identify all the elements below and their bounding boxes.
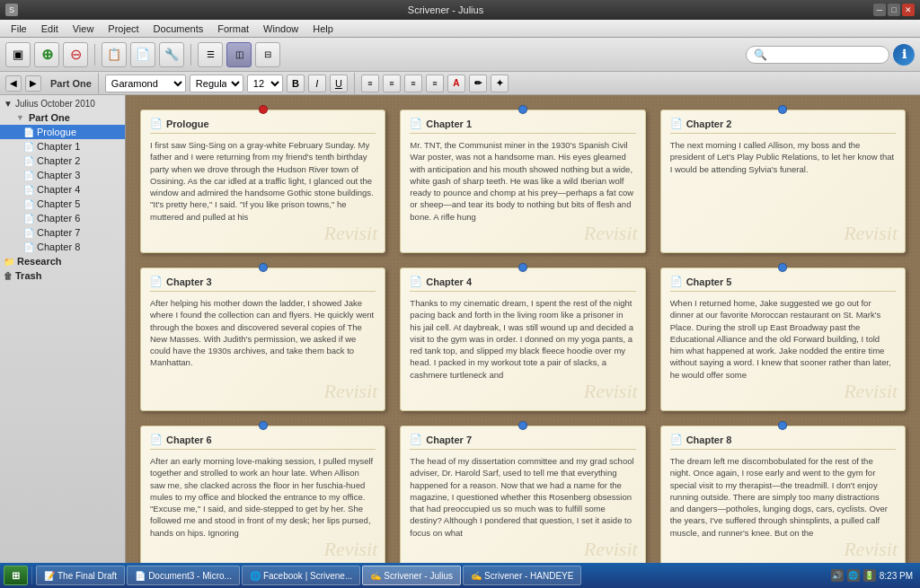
toolbar-separator-2 (190, 44, 191, 66)
forward-button[interactable]: ▶ (25, 75, 41, 92)
settings-button[interactable]: 🔧 (159, 42, 184, 67)
menu-project[interactable]: Project (101, 22, 146, 36)
doc-icon-prologue: 📄 (23, 127, 34, 137)
sidebar-item-research[interactable]: 📁 Research (0, 254, 125, 268)
card-chapter8[interactable]: 📄 Chapter 8 The dream left me discombobu… (660, 426, 906, 563)
comment-button[interactable]: ✦ (491, 75, 509, 92)
underline-button[interactable]: U (330, 75, 348, 92)
card-chapter3[interactable]: 📄 Chapter 3 After helping his mother dow… (140, 268, 385, 411)
bold-button[interactable]: B (287, 75, 305, 92)
card-watermark-chapter5: Revisit (844, 380, 898, 403)
card-chapter2[interactable]: 📄 Chapter 2 The next morning I called Al… (660, 110, 906, 253)
align-left-button[interactable]: ≡ (361, 75, 379, 92)
sidebar-item-part-one[interactable]: ▼ Part One (0, 110, 125, 125)
style-selector[interactable]: Regular (190, 75, 243, 92)
italic-button[interactable]: I (308, 75, 326, 92)
toolbar-separator-1 (94, 44, 95, 66)
back-button[interactable]: ◀ (5, 75, 22, 92)
card-icon-chapter3: 📄 (150, 276, 163, 287)
sidebar-toggle-button[interactable]: ▣ (5, 42, 31, 67)
taskbar-item-word[interactable]: 📄 Document3 - Micro... (127, 566, 240, 585)
text-color-button[interactable]: A (447, 75, 465, 92)
align-right-button[interactable]: ≡ (404, 75, 422, 92)
font-selector[interactable]: Garamond (105, 75, 186, 92)
card-chapter6[interactable]: 📄 Chapter 6 After an early morning love-… (140, 426, 385, 563)
sidebar-item-trash[interactable]: 🗑 Trash (0, 268, 125, 283)
menu-edit[interactable]: Edit (34, 22, 66, 36)
card-header-chapter5: 📄 Chapter 5 (670, 276, 896, 292)
menu-format[interactable]: Format (210, 22, 256, 36)
taskbar-item-facebook[interactable]: 🌐 Facebook | Scrivene... (242, 566, 360, 585)
card-pin-prologue (259, 105, 268, 114)
card-title-chapter7: Chapter 7 (426, 434, 472, 445)
chapter5-label: Chapter 5 (37, 198, 80, 209)
minimize-button[interactable]: ─ (873, 4, 886, 16)
taskbar-item-finaldraft[interactable]: 📝 The Final Draft (36, 566, 125, 585)
card-title-chapter1: Chapter 1 (426, 118, 472, 129)
card-watermark-chapter2: Revisit (844, 222, 898, 245)
info-button[interactable]: ℹ (893, 44, 915, 66)
collapse-arrow: ▼ (4, 99, 13, 109)
sidebar-item-chapter1[interactable]: 📄 Chapter 1 (0, 139, 125, 154)
align-justify-button[interactable]: ≡ (426, 75, 444, 92)
chapter7-label: Chapter 7 (37, 227, 80, 238)
add-document-button[interactable]: ⊕ (34, 42, 59, 67)
sidebar-item-chapter4[interactable]: 📄 Chapter 4 (0, 182, 125, 197)
maximize-button[interactable]: □ (888, 4, 900, 16)
card-title-chapter2: Chapter 2 (686, 118, 732, 129)
menu-help[interactable]: Help (305, 22, 341, 36)
menu-file[interactable]: File (4, 22, 34, 36)
card-body-chapter1: Mr. TNT, the Communist miner in the 1930… (410, 139, 635, 223)
card-title-chapter5: Chapter 5 (686, 276, 732, 287)
sidebar-item-chapter3[interactable]: 📄 Chapter 3 (0, 168, 125, 182)
highlight-button[interactable]: ✏ (469, 75, 487, 92)
card-chapter4[interactable]: 📄 Chapter 4 Thanks to my cinematic dream… (400, 268, 645, 411)
search-bar: 🔍 (746, 46, 889, 64)
sidebar-item-chapter5[interactable]: 📄 Chapter 5 (0, 197, 125, 211)
sidebar-item-chapter7[interactable]: 📄 Chapter 7 (0, 225, 125, 240)
sidebar-item-prologue[interactable]: 📄 Prologue (0, 125, 125, 139)
menu-bar: File Edit View Project Documents Format … (0, 20, 920, 38)
corkboard-view-button[interactable]: ◫ (226, 42, 252, 67)
chapter8-label: Chapter 8 (37, 241, 80, 252)
sidebar-toggle[interactable]: ▼ Julius October 2010 (0, 97, 125, 110)
scrivenings-view-button[interactable]: ☰ (198, 42, 223, 67)
sidebar-item-chapter2[interactable]: 📄 Chapter 2 (0, 154, 125, 168)
doc-icon-chapter7: 📄 (23, 228, 34, 238)
search-input[interactable] (771, 49, 879, 60)
card-pin-chapter2 (778, 105, 787, 114)
tray-icon-2: 🌐 (847, 569, 860, 582)
outline-view-button[interactable]: ⊟ (255, 42, 280, 67)
chapter3-label: Chapter 3 (37, 170, 80, 180)
card-body-chapter5: When I returned home, Jake suggested we … (670, 297, 896, 381)
card-body-chapter2: The next morning I called Allison, my bo… (670, 139, 896, 175)
size-selector[interactable]: 12 (247, 75, 283, 92)
doc-icon-chapter4: 📄 (23, 185, 34, 195)
card-pin-chapter8 (778, 421, 787, 430)
card-chapter1[interactable]: 📄 Chapter 1 Mr. TNT, the Communist miner… (400, 110, 645, 253)
close-button[interactable]: ✕ (902, 4, 915, 16)
card-watermark-prologue: Revisit (323, 222, 377, 245)
snapshots-button[interactable]: 📋 (102, 42, 127, 67)
align-center-button[interactable]: ≡ (383, 75, 401, 92)
start-button[interactable]: ⊞ (4, 566, 28, 585)
delete-button[interactable]: ⊖ (63, 42, 88, 67)
doc-icon-chapter6: 📄 (23, 214, 34, 224)
taskbar-item-scrivener-julius[interactable]: ✍ Scrivener - Julius (362, 566, 461, 585)
card-chapter7[interactable]: 📄 Chapter 7 The head of my dissertation … (400, 426, 645, 563)
folder-icon-research: 📁 (4, 257, 14, 267)
card-chapter5[interactable]: 📄 Chapter 5 When I returned home, Jake s… (660, 268, 906, 411)
card-pin-chapter1 (518, 105, 527, 114)
sidebar-item-chapter6[interactable]: 📄 Chapter 6 (0, 211, 125, 225)
taskbar-item-scrivener-handeye[interactable]: ✍ Scrivener - HANDEYE (463, 566, 581, 585)
document-notes-button[interactable]: 📄 (130, 42, 155, 67)
title-bar: S Scrivener - Julius ─ □ ✕ (0, 0, 920, 20)
card-prologue[interactable]: 📄 Prologue I first saw Sing-Sing on a gr… (140, 110, 385, 253)
sidebar-item-chapter8[interactable]: 📄 Chapter 8 (0, 240, 125, 254)
chapter2-label: Chapter 2 (37, 155, 80, 166)
trash-label: Trash (15, 270, 41, 281)
menu-window[interactable]: Window (256, 22, 305, 36)
menu-documents[interactable]: Documents (146, 22, 211, 36)
menu-view[interactable]: View (66, 22, 102, 36)
taskbar-label-word: Document3 - Micro... (148, 571, 232, 581)
